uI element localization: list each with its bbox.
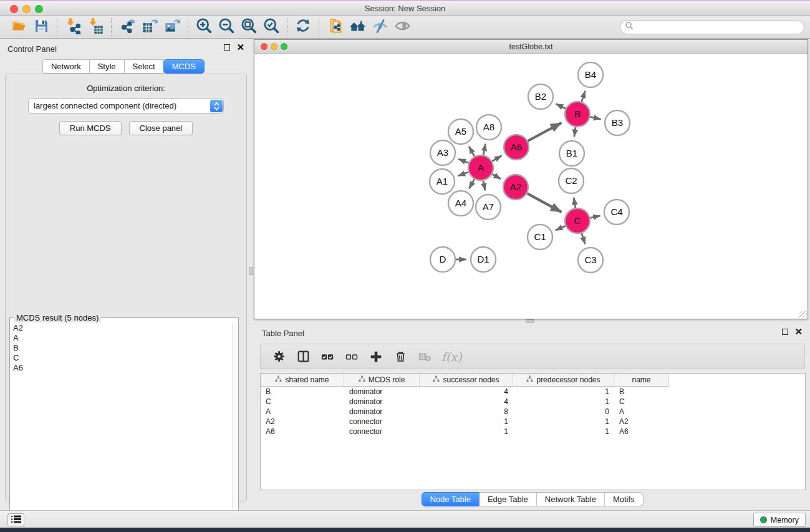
delete-column-icon[interactable] xyxy=(393,349,408,364)
result-item[interactable]: A6 xyxy=(11,363,231,373)
graph-edge-A-A7[interactable] xyxy=(483,181,485,191)
close-table-panel-icon[interactable]: ✕ xyxy=(794,329,803,335)
graph-node-A8[interactable]: A8 xyxy=(476,115,501,140)
graph-node-A5[interactable]: A5 xyxy=(448,119,473,144)
export-table-button[interactable] xyxy=(138,17,161,36)
save-button[interactable] xyxy=(30,17,52,36)
column-header-shared-name[interactable]: shared name xyxy=(261,374,344,387)
graph-node-C2[interactable]: C2 xyxy=(559,168,584,193)
graph-edge-B-B4[interactable] xyxy=(582,91,586,102)
gear-icon[interactable] xyxy=(271,349,286,364)
table-row[interactable]: A6connector11A6 xyxy=(261,427,805,437)
export-image-button[interactable] xyxy=(161,17,183,36)
graph-node-A4[interactable]: A4 xyxy=(448,191,473,216)
graph-node-C[interactable]: C xyxy=(565,208,590,233)
result-item[interactable]: A2 xyxy=(11,323,231,333)
graph-node-A6[interactable]: A6 xyxy=(504,135,529,160)
graph-edge-B-B2[interactable] xyxy=(556,104,566,109)
import-network-button[interactable] xyxy=(62,17,84,36)
graph-edge-A-A1[interactable] xyxy=(458,172,468,176)
zoom-out-button[interactable] xyxy=(215,17,238,36)
graph-node-C1[interactable]: C1 xyxy=(528,225,552,249)
graph-edge-A2-C[interactable] xyxy=(527,193,561,212)
deselect-all-icon[interactable] xyxy=(344,349,359,364)
graph-edge-C-C4[interactable] xyxy=(590,216,600,218)
table-row[interactable]: Adominator80A xyxy=(261,407,805,417)
graph-node-C3[interactable]: C3 xyxy=(578,248,603,273)
memory-button[interactable]: Memory xyxy=(753,513,806,527)
tab-motifs[interactable]: Motifs xyxy=(605,492,644,506)
result-item[interactable]: A xyxy=(11,333,231,343)
show-columns-icon[interactable] xyxy=(296,349,311,364)
graph-node-D[interactable]: D xyxy=(430,247,455,272)
close-panel-icon[interactable]: ✕ xyxy=(236,44,244,51)
graph-node-C4[interactable]: C4 xyxy=(604,200,629,225)
graph-edge-A-A4[interactable] xyxy=(469,179,475,188)
graph-edge-A-A5[interactable] xyxy=(469,147,475,157)
search-field[interactable] xyxy=(620,20,804,34)
network-canvas[interactable]: AA1A2A3A4A5A6A7A8BB1B2B3B4CC1C2C3C4DD1 xyxy=(254,54,808,319)
graph-node-B4[interactable]: B4 xyxy=(578,62,603,87)
column-header-name[interactable]: name xyxy=(614,374,669,387)
tab-style[interactable]: Style xyxy=(90,59,125,74)
import-table-button[interactable] xyxy=(84,17,107,36)
refresh-button[interactable] xyxy=(292,17,314,36)
tab-mcds[interactable]: MCDS xyxy=(163,59,205,74)
graph-edge-C-C2[interactable] xyxy=(574,198,576,208)
column-header-successor-nodes[interactable]: successor nodes xyxy=(420,374,513,387)
eye-button[interactable] xyxy=(391,17,413,36)
zoom-selected-button[interactable] xyxy=(260,17,282,36)
run-mcds-button[interactable]: Run MCDS xyxy=(59,121,122,135)
open-button[interactable] xyxy=(7,17,30,36)
graph-node-B2[interactable]: B2 xyxy=(528,84,553,109)
select-all-icon[interactable] xyxy=(320,349,335,364)
network-window-titlebar[interactable]: testGlobe.txt xyxy=(254,40,808,54)
hide-visibility-button[interactable] xyxy=(369,17,391,36)
export-network-button[interactable] xyxy=(116,17,138,36)
vertical-split-grip[interactable] xyxy=(249,267,253,275)
tab-network-table[interactable]: Network Table xyxy=(537,492,605,506)
table-row[interactable]: A2connector11A2 xyxy=(261,417,805,427)
result-scrollbar[interactable] xyxy=(232,323,238,532)
close-panel-button[interactable]: Close panel xyxy=(129,121,193,135)
resize-grip-icon[interactable] xyxy=(799,311,807,318)
result-item[interactable]: C xyxy=(11,353,231,363)
graph-edge-A-A6[interactable] xyxy=(492,156,501,162)
result-item[interactable]: B xyxy=(11,343,231,353)
tab-edge-table[interactable]: Edge Table xyxy=(480,492,537,506)
column-header-mcds-role[interactable]: MCDS role xyxy=(344,374,420,387)
graph-edge-C-C3[interactable] xyxy=(582,233,586,244)
zoom-in-button[interactable] xyxy=(193,17,215,36)
graph-node-D1[interactable]: D1 xyxy=(471,247,496,272)
column-header-predecessor-nodes[interactable]: predecessor nodes xyxy=(513,374,614,387)
search-input[interactable] xyxy=(634,22,804,33)
table-row[interactable]: Cdominator41C xyxy=(261,397,805,407)
graph-node-A2[interactable]: A2 xyxy=(503,175,528,200)
add-column-icon[interactable] xyxy=(369,349,383,364)
graph-edge-A6-B[interactable] xyxy=(528,123,561,141)
table-row[interactable]: Bdominator41B xyxy=(261,387,805,397)
tab-select[interactable]: Select xyxy=(125,59,164,74)
graph-edge-B-B3[interactable] xyxy=(591,117,601,119)
tab-node-table[interactable]: Node Table xyxy=(421,492,480,506)
optimization-criterion-dropdown[interactable]: largest connected component (directed) xyxy=(28,99,224,114)
graph-edge-A-A8[interactable] xyxy=(483,143,486,155)
zoom-fit-button[interactable] xyxy=(238,17,260,36)
tab-network[interactable]: Network xyxy=(42,59,90,74)
graph-node-B[interactable]: B xyxy=(565,102,590,127)
graph-edge-A-A2[interactable] xyxy=(492,174,501,179)
graph-node-A1[interactable]: A1 xyxy=(430,169,455,194)
clone-network-button[interactable] xyxy=(324,17,346,36)
graph-node-A7[interactable]: A7 xyxy=(476,195,501,220)
graph-node-A3[interactable]: A3 xyxy=(430,140,455,165)
float-table-panel-icon[interactable] xyxy=(782,329,788,335)
graph-edge-A-A3[interactable] xyxy=(458,159,468,163)
graph-node-B3[interactable]: B3 xyxy=(605,110,630,135)
graph-node-B1[interactable]: B1 xyxy=(559,141,584,166)
task-history-button[interactable] xyxy=(7,513,24,526)
float-panel-icon[interactable] xyxy=(224,44,230,51)
graph-node-A[interactable]: A xyxy=(468,155,493,180)
graph-edge-B-B1[interactable] xyxy=(574,127,576,137)
graph-edge-C-C1[interactable] xyxy=(556,226,566,230)
home-button[interactable] xyxy=(346,17,369,36)
